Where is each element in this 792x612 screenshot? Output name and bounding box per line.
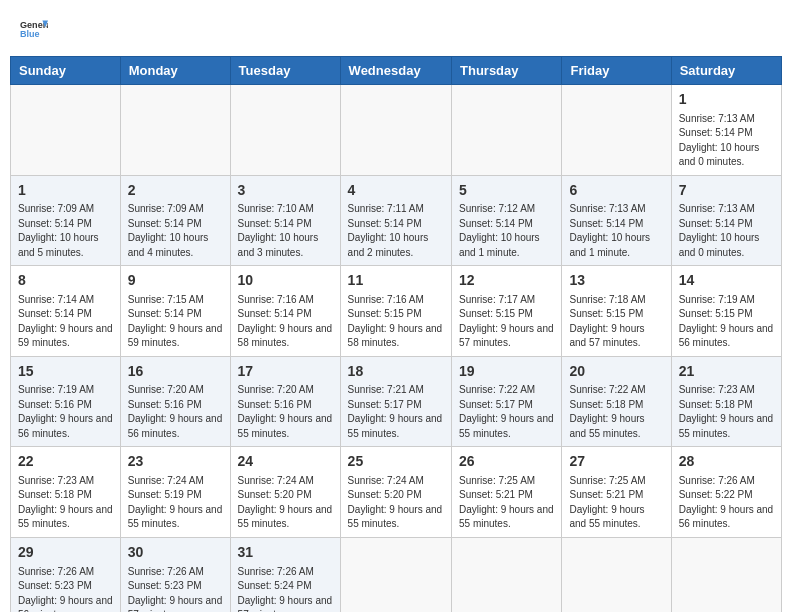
day-of-week-header: Monday: [120, 57, 230, 85]
day-number: 4: [348, 181, 444, 201]
calendar-cell: 22Sunrise: 7:23 AMSunset: 5:18 PMDayligh…: [11, 447, 121, 538]
day-info: Sunrise: 7:20 AMSunset: 5:16 PMDaylight:…: [238, 383, 333, 441]
calendar-cell: 17Sunrise: 7:20 AMSunset: 5:16 PMDayligh…: [230, 356, 340, 447]
calendar-week-row: 29Sunrise: 7:26 AMSunset: 5:23 PMDayligh…: [11, 537, 782, 612]
day-info: Sunrise: 7:19 AMSunset: 5:16 PMDaylight:…: [18, 383, 113, 441]
calendar-week-row: 1Sunrise: 7:09 AMSunset: 5:14 PMDaylight…: [11, 175, 782, 266]
day-of-week-header: Wednesday: [340, 57, 451, 85]
logo-icon: General Blue: [20, 15, 48, 43]
logo: General Blue: [20, 15, 48, 43]
day-number: 9: [128, 271, 223, 291]
calendar-cell: 14Sunrise: 7:19 AMSunset: 5:15 PMDayligh…: [671, 266, 781, 357]
calendar-table: SundayMondayTuesdayWednesdayThursdayFrid…: [10, 56, 782, 612]
day-info: Sunrise: 7:10 AMSunset: 5:14 PMDaylight:…: [238, 202, 333, 260]
day-number: 7: [679, 181, 774, 201]
calendar-cell: 15Sunrise: 7:19 AMSunset: 5:16 PMDayligh…: [11, 356, 121, 447]
calendar-cell: 6Sunrise: 7:13 AMSunset: 5:14 PMDaylight…: [562, 175, 671, 266]
day-info: Sunrise: 7:16 AMSunset: 5:14 PMDaylight:…: [238, 293, 333, 351]
day-info: Sunrise: 7:15 AMSunset: 5:14 PMDaylight:…: [128, 293, 223, 351]
day-number: 3: [238, 181, 333, 201]
day-info: Sunrise: 7:22 AMSunset: 5:18 PMDaylight:…: [569, 383, 663, 441]
day-number: 6: [569, 181, 663, 201]
day-info: Sunrise: 7:11 AMSunset: 5:14 PMDaylight:…: [348, 202, 444, 260]
calendar-cell: 10Sunrise: 7:16 AMSunset: 5:14 PMDayligh…: [230, 266, 340, 357]
calendar-header-row: SundayMondayTuesdayWednesdayThursdayFrid…: [11, 57, 782, 85]
day-info: Sunrise: 7:22 AMSunset: 5:17 PMDaylight:…: [459, 383, 554, 441]
calendar-cell: [452, 85, 562, 176]
day-of-week-header: Thursday: [452, 57, 562, 85]
calendar-cell: 16Sunrise: 7:20 AMSunset: 5:16 PMDayligh…: [120, 356, 230, 447]
calendar-cell: [340, 537, 451, 612]
page-header: General Blue: [10, 10, 782, 48]
day-info: Sunrise: 7:26 AMSunset: 5:22 PMDaylight:…: [679, 474, 774, 532]
day-info: Sunrise: 7:13 AMSunset: 5:14 PMDaylight:…: [679, 202, 774, 260]
day-info: Sunrise: 7:24 AMSunset: 5:20 PMDaylight:…: [348, 474, 444, 532]
calendar-cell: 1Sunrise: 7:09 AMSunset: 5:14 PMDaylight…: [11, 175, 121, 266]
day-number: 20: [569, 362, 663, 382]
day-number: 21: [679, 362, 774, 382]
day-info: Sunrise: 7:24 AMSunset: 5:19 PMDaylight:…: [128, 474, 223, 532]
day-of-week-header: Tuesday: [230, 57, 340, 85]
calendar-cell: 21Sunrise: 7:23 AMSunset: 5:18 PMDayligh…: [671, 356, 781, 447]
calendar-cell: 5Sunrise: 7:12 AMSunset: 5:14 PMDaylight…: [452, 175, 562, 266]
calendar-cell: 23Sunrise: 7:24 AMSunset: 5:19 PMDayligh…: [120, 447, 230, 538]
day-number: 13: [569, 271, 663, 291]
day-number: 8: [18, 271, 113, 291]
day-number: 28: [679, 452, 774, 472]
day-number: 25: [348, 452, 444, 472]
calendar-cell: [562, 537, 671, 612]
day-info: Sunrise: 7:21 AMSunset: 5:17 PMDaylight:…: [348, 383, 444, 441]
day-info: Sunrise: 7:09 AMSunset: 5:14 PMDaylight:…: [128, 202, 223, 260]
day-number: 16: [128, 362, 223, 382]
day-info: Sunrise: 7:19 AMSunset: 5:15 PMDaylight:…: [679, 293, 774, 351]
day-info: Sunrise: 7:17 AMSunset: 5:15 PMDaylight:…: [459, 293, 554, 351]
day-info: Sunrise: 7:25 AMSunset: 5:21 PMDaylight:…: [569, 474, 663, 532]
calendar-cell: 7Sunrise: 7:13 AMSunset: 5:14 PMDaylight…: [671, 175, 781, 266]
svg-text:Blue: Blue: [20, 29, 40, 39]
day-info: Sunrise: 7:24 AMSunset: 5:20 PMDaylight:…: [238, 474, 333, 532]
calendar-cell: 19Sunrise: 7:22 AMSunset: 5:17 PMDayligh…: [452, 356, 562, 447]
day-of-week-header: Saturday: [671, 57, 781, 85]
calendar-week-row: 1Sunrise: 7:13 AMSunset: 5:14 PMDaylight…: [11, 85, 782, 176]
calendar-cell: [230, 85, 340, 176]
day-number: 22: [18, 452, 113, 472]
day-number: 5: [459, 181, 554, 201]
calendar-cell: 11Sunrise: 7:16 AMSunset: 5:15 PMDayligh…: [340, 266, 451, 357]
day-info: Sunrise: 7:14 AMSunset: 5:14 PMDaylight:…: [18, 293, 113, 351]
calendar-cell: 13Sunrise: 7:18 AMSunset: 5:15 PMDayligh…: [562, 266, 671, 357]
calendar-cell: 29Sunrise: 7:26 AMSunset: 5:23 PMDayligh…: [11, 537, 121, 612]
day-number: 10: [238, 271, 333, 291]
calendar-cell: [120, 85, 230, 176]
day-info: Sunrise: 7:26 AMSunset: 5:23 PMDaylight:…: [128, 565, 223, 612]
day-number: 11: [348, 271, 444, 291]
calendar-cell: 27Sunrise: 7:25 AMSunset: 5:21 PMDayligh…: [562, 447, 671, 538]
calendar-cell: 2Sunrise: 7:09 AMSunset: 5:14 PMDaylight…: [120, 175, 230, 266]
calendar-week-row: 8Sunrise: 7:14 AMSunset: 5:14 PMDaylight…: [11, 266, 782, 357]
day-number: 1: [679, 90, 774, 110]
day-of-week-header: Sunday: [11, 57, 121, 85]
calendar-cell: 26Sunrise: 7:25 AMSunset: 5:21 PMDayligh…: [452, 447, 562, 538]
day-info: Sunrise: 7:25 AMSunset: 5:21 PMDaylight:…: [459, 474, 554, 532]
day-number: 27: [569, 452, 663, 472]
day-number: 15: [18, 362, 113, 382]
day-number: 14: [679, 271, 774, 291]
day-info: Sunrise: 7:13 AMSunset: 5:14 PMDaylight:…: [679, 112, 774, 170]
day-number: 31: [238, 543, 333, 563]
calendar-cell: 3Sunrise: 7:10 AMSunset: 5:14 PMDaylight…: [230, 175, 340, 266]
day-info: Sunrise: 7:13 AMSunset: 5:14 PMDaylight:…: [569, 202, 663, 260]
day-number: 26: [459, 452, 554, 472]
day-number: 1: [18, 181, 113, 201]
calendar-cell: 31Sunrise: 7:26 AMSunset: 5:24 PMDayligh…: [230, 537, 340, 612]
calendar-cell: 12Sunrise: 7:17 AMSunset: 5:15 PMDayligh…: [452, 266, 562, 357]
day-info: Sunrise: 7:20 AMSunset: 5:16 PMDaylight:…: [128, 383, 223, 441]
calendar-cell: 1Sunrise: 7:13 AMSunset: 5:14 PMDaylight…: [671, 85, 781, 176]
calendar-cell: 4Sunrise: 7:11 AMSunset: 5:14 PMDaylight…: [340, 175, 451, 266]
calendar-cell: 28Sunrise: 7:26 AMSunset: 5:22 PMDayligh…: [671, 447, 781, 538]
day-info: Sunrise: 7:09 AMSunset: 5:14 PMDaylight:…: [18, 202, 113, 260]
day-number: 24: [238, 452, 333, 472]
day-info: Sunrise: 7:12 AMSunset: 5:14 PMDaylight:…: [459, 202, 554, 260]
day-number: 19: [459, 362, 554, 382]
day-number: 29: [18, 543, 113, 563]
calendar-cell: 25Sunrise: 7:24 AMSunset: 5:20 PMDayligh…: [340, 447, 451, 538]
calendar-cell: 18Sunrise: 7:21 AMSunset: 5:17 PMDayligh…: [340, 356, 451, 447]
